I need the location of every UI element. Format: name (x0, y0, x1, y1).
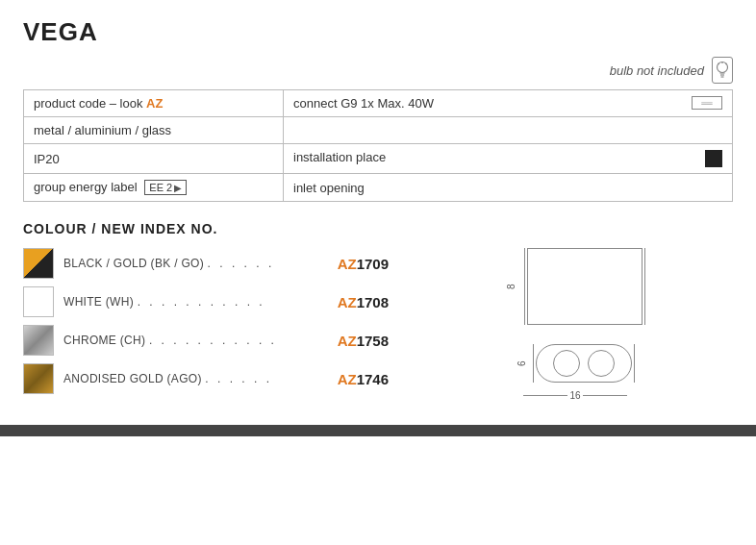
material-cell: metal / aluminium / glass (24, 117, 284, 144)
ip-cell: IP20 (24, 144, 284, 174)
swatch-black-gold (23, 248, 54, 279)
colour-name-0: BLACK / GOLD (BK / GO) . . . . . . (63, 257, 328, 270)
svg-line-6 (718, 63, 719, 64)
colour-item-1: WHITE (WH) . . . . . . . . . . . AZ1708 (23, 286, 389, 317)
colour-code-1: AZ1708 (338, 294, 389, 310)
colour-list: BLACK / GOLD (BK / GO) . . . . . . AZ170… (23, 248, 389, 402)
page: VEGA bulb not included product code – lo… (0, 0, 756, 402)
bulb-not-included-text: bulb not included (610, 63, 704, 78)
svg-line-5 (726, 63, 727, 64)
top-diagram-rect (527, 248, 643, 325)
installation-cell: installation place (284, 144, 733, 174)
colour-section-title: COLOUR / NEW INDEX NO. (23, 221, 733, 236)
width-label: 16 (569, 390, 580, 401)
circle-right (588, 350, 615, 377)
az-code: AZ (146, 96, 163, 111)
colour-code-0: AZ1709 (338, 256, 389, 272)
connect-label: connect G9 1x Max. 40W (293, 96, 434, 111)
diagram-top: 8 (506, 248, 645, 325)
energy-label-text: group energy label (34, 180, 138, 194)
energy-badge-text: EE 2 (149, 182, 172, 193)
page-title: VEGA (23, 17, 733, 47)
product-code-label: product code – look (34, 96, 146, 111)
connect-cell: connect G9 1x Max. 40W ══ (284, 90, 733, 117)
info-table: product code – look AZ connect G9 1x Max… (23, 89, 733, 202)
empty-cell-2 (284, 117, 733, 144)
width-dimension: 16 (523, 390, 626, 401)
colour-name-2: CHROME (CH) . . . . . . . . . . . (63, 334, 328, 347)
install-icon (705, 150, 722, 167)
swatch-white (23, 286, 54, 317)
colours-layout: BLACK / GOLD (BK / GO) . . . . . . AZ170… (23, 248, 733, 402)
bulb-row: bulb not included (23, 57, 733, 84)
oval-container: 6 (517, 344, 635, 383)
dim-top-label: 8 (506, 258, 517, 315)
installation-label: installation place (293, 150, 386, 164)
info-row-1: product code – look AZ connect G9 1x Max… (24, 90, 733, 117)
dim-bottom-label: 6 (517, 344, 527, 383)
bottom-bar (0, 425, 756, 436)
info-row-3: IP20 installation place (24, 144, 733, 174)
bulb-icon (712, 57, 733, 84)
inlet-cell: inlet opening (284, 174, 733, 202)
colour-name-1: WHITE (WH) . . . . . . . . . . . (63, 295, 328, 309)
circle-left (553, 350, 580, 377)
bottom-diagram-oval (536, 344, 632, 383)
info-row-2: metal / aluminium / glass (24, 117, 733, 144)
colour-code-3: AZ1746 (338, 371, 389, 387)
energy-label-cell: group energy label EE 2 ▶ (24, 174, 284, 202)
product-code-cell: product code – look AZ (24, 90, 284, 117)
swatch-chrome (23, 325, 54, 356)
energy-arrow: ▶ (174, 183, 182, 193)
diagram-bottom: 6 16 (517, 344, 635, 401)
connect-icon: ══ (692, 96, 722, 110)
colour-item-0: BLACK / GOLD (BK / GO) . . . . . . AZ170… (23, 248, 389, 279)
colour-item-2: CHROME (CH) . . . . . . . . . . . AZ1758 (23, 325, 389, 356)
energy-badge: EE 2 ▶ (144, 180, 187, 195)
colour-name-3: ANODISED GOLD (AGO) . . . . . . (63, 372, 328, 385)
colour-code-2: AZ1758 (338, 333, 389, 349)
info-row-4: group energy label EE 2 ▶ inlet opening (24, 174, 733, 202)
diagrams: 8 6 (417, 248, 733, 402)
colour-item-3: ANODISED GOLD (AGO) . . . . . . AZ1746 (23, 363, 389, 394)
swatch-anodised-gold (23, 363, 54, 394)
